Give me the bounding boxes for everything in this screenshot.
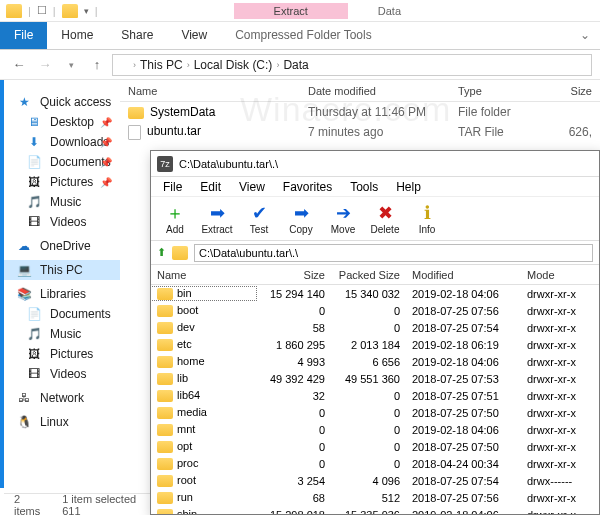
archive-row[interactable]: dev5802018-07-25 07:54drwxr-xr-x	[151, 319, 599, 336]
toolbar-test-button[interactable]: ✔Test	[239, 203, 279, 235]
file-row[interactable]: ubuntu.tar7 minutes agoTAR File626,	[120, 122, 600, 142]
archive-row[interactable]: proc002018-04-24 00:34drwxr-xr-x	[151, 455, 599, 472]
breadcrumb[interactable]: Local Disk (C:)	[192, 58, 275, 72]
archive-row[interactable]: lib49 392 42949 551 3602018-07-25 07:53d…	[151, 370, 599, 387]
column-mode[interactable]: Mode	[521, 269, 591, 281]
sevenzip-menubar: FileEditViewFavoritesToolsHelp	[151, 177, 599, 197]
column-name[interactable]: Name	[120, 85, 300, 97]
star-icon: ★	[16, 95, 32, 109]
archive-row[interactable]: sbin15 298 01815 335 9362019-02-18 04:06…	[151, 506, 599, 514]
archive-row[interactable]: opt002018-07-25 07:50drwxr-xr-x	[151, 438, 599, 455]
toolbar-copy-button[interactable]: ➡Copy	[281, 203, 321, 235]
back-button[interactable]: ←	[8, 54, 30, 76]
archive-row[interactable]: root3 2544 0962018-07-25 07:54drwx------	[151, 472, 599, 489]
menu-help[interactable]: Help	[388, 178, 429, 196]
archive-row[interactable]: boot002018-07-25 07:56drwxr-xr-x	[151, 302, 599, 319]
download-icon	[26, 135, 42, 149]
column-headers: Name Date modified Type Size	[120, 80, 600, 102]
sidebar-item-lib-music[interactable]: Music	[4, 324, 120, 344]
sidebar-libraries[interactable]: 📚Libraries	[4, 284, 120, 304]
up-icon[interactable]: ⬆	[157, 246, 166, 259]
sidebar-item-documents[interactable]: Documents📌	[4, 152, 120, 172]
libraries-icon: 📚	[16, 287, 32, 301]
sidebar-onedrive[interactable]: OneDrive	[4, 236, 120, 256]
menu-favorites[interactable]: Favorites	[275, 178, 340, 196]
archive-row[interactable]: run685122018-07-25 07:56drwxr-xr-x	[151, 489, 599, 506]
folder-icon	[157, 441, 173, 453]
tab-compressed-tools[interactable]: Compressed Folder Tools	[221, 22, 386, 49]
archive-row[interactable]: media002018-07-25 07:50drwxr-xr-x	[151, 404, 599, 421]
status-selection: 1 item selected 611	[62, 493, 154, 516]
column-size[interactable]: Size	[540, 85, 600, 97]
test-icon: ✔	[252, 203, 267, 223]
sidebar-item-desktop[interactable]: 🖥Desktop📌	[4, 112, 120, 132]
move-icon: ➔	[336, 203, 351, 223]
column-date[interactable]: Date modified	[300, 85, 450, 97]
archive-row[interactable]: mnt002019-02-18 04:06drwxr-xr-x	[151, 421, 599, 438]
navigation-bar: ← → ▾ ↑ › This PC › Local Disk (C:) › Da…	[0, 50, 600, 80]
toolbar-extract-button[interactable]: ➡Extract	[197, 203, 237, 235]
menu-tools[interactable]: Tools	[342, 178, 386, 196]
sevenzip-toolbar: ＋Add➡Extract✔Test➡Copy➔Move✖DeleteℹInfo	[151, 197, 599, 241]
archive-row[interactable]: lib643202018-07-25 07:51drwxr-xr-x	[151, 387, 599, 404]
column-size[interactable]: Size	[256, 269, 331, 281]
chevron-icon[interactable]: ›	[187, 60, 190, 70]
breadcrumb[interactable]: This PC	[138, 58, 185, 72]
folder-icon	[157, 373, 173, 385]
chevron-icon[interactable]: ›	[276, 60, 279, 70]
archive-row[interactable]: bin15 294 14015 340 0322019-02-18 04:06d…	[151, 285, 599, 302]
qat-button[interactable]	[62, 4, 78, 18]
menu-edit[interactable]: Edit	[192, 178, 229, 196]
menu-file[interactable]: File	[155, 178, 190, 196]
recent-locations-icon[interactable]: ▾	[60, 54, 82, 76]
sevenzip-addressbar: ⬆	[151, 241, 599, 265]
qat-button[interactable]: ☐	[37, 4, 47, 17]
sidebar-network[interactable]: Network	[4, 388, 120, 408]
tab-share[interactable]: Share	[107, 22, 167, 49]
column-modified[interactable]: Modified	[406, 269, 521, 281]
sidebar-item-downloads[interactable]: Downloads📌	[4, 132, 120, 152]
column-type[interactable]: Type	[450, 85, 540, 97]
archive-row[interactable]: etc1 860 2952 013 1842019-02-18 06:19drw…	[151, 336, 599, 353]
info-icon: ℹ	[424, 203, 431, 223]
ribbon-expand-icon[interactable]: ⌄	[570, 22, 600, 49]
toolbar-info-button[interactable]: ℹInfo	[407, 203, 447, 235]
column-name[interactable]: Name	[151, 269, 256, 281]
toolbar-delete-button[interactable]: ✖Delete	[365, 203, 405, 235]
sidebar-linux[interactable]: Linux	[4, 412, 120, 432]
onedrive-icon	[16, 239, 32, 253]
tab-view[interactable]: View	[167, 22, 221, 49]
sidebar-this-pc[interactable]: This PC	[4, 260, 120, 280]
tab-home[interactable]: Home	[47, 22, 107, 49]
sidebar-item-music[interactable]: Music	[4, 192, 120, 212]
column-packed[interactable]: Packed Size	[331, 269, 406, 281]
sidebar-item-pictures[interactable]: Pictures📌	[4, 172, 120, 192]
breadcrumb[interactable]: Data	[281, 58, 310, 72]
folder-icon	[157, 475, 173, 487]
sidebar-item-videos[interactable]: Videos	[4, 212, 120, 232]
add-icon: ＋	[166, 203, 184, 223]
tab-file[interactable]: File	[0, 22, 47, 49]
sevenzip-titlebar[interactable]: 7z C:\Data\ubuntu.tar\.\	[151, 151, 599, 177]
file-row[interactable]: SystemDataThursday at 11:46 PMFile folde…	[120, 102, 600, 122]
navigation-pane: ★Quick access 🖥Desktop📌 Downloads📌 Docum…	[4, 80, 120, 488]
archive-row[interactable]: home4 9936 6562019-02-18 04:06drwxr-xr-x	[151, 353, 599, 370]
up-button[interactable]: ↑	[86, 54, 108, 76]
sevenzip-address-input[interactable]	[194, 244, 593, 262]
sidebar-item-lib-documents[interactable]: Documents	[4, 304, 120, 324]
sidebar-item-lib-videos[interactable]: Videos	[4, 364, 120, 384]
forward-button[interactable]: →	[34, 54, 56, 76]
address-bar[interactable]: › This PC › Local Disk (C:) › Data	[112, 54, 592, 76]
sidebar-item-lib-pictures[interactable]: Pictures	[4, 344, 120, 364]
toolbar-add-button[interactable]: ＋Add	[155, 203, 195, 235]
document-icon	[26, 307, 42, 321]
qat-dropdown[interactable]: ▾	[84, 6, 89, 16]
folder-icon	[157, 390, 173, 402]
contextual-tab-header: Extract	[234, 3, 348, 19]
sidebar-quick-access[interactable]: ★Quick access	[4, 92, 120, 112]
status-item-count: 2 items	[14, 493, 48, 516]
explorer-titlebar: | ☐ | ▾ | Extract Data	[0, 0, 600, 22]
chevron-icon[interactable]: ›	[133, 60, 136, 70]
menu-view[interactable]: View	[231, 178, 273, 196]
toolbar-move-button[interactable]: ➔Move	[323, 203, 363, 235]
